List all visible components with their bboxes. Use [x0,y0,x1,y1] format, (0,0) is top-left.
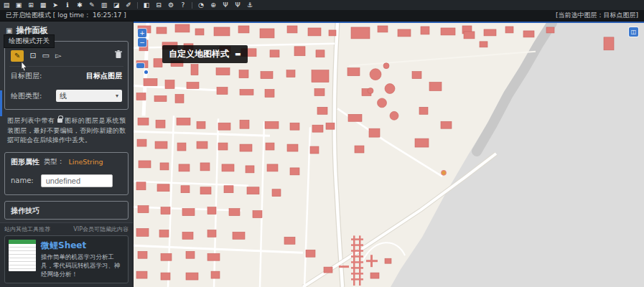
map-style-tooltip: 自定义地图样式 ▬ [162,45,248,63]
status-active-layer: [当前选中图层：目标点图层] [556,11,638,20]
select-feature-button[interactable]: ▭ [42,51,50,61]
promo-header-left: 站内其他工具推荐 [4,225,50,233]
video-icon[interactable]: ⊟ [155,0,162,10]
draw-pen-icon[interactable]: ✐ [125,0,132,10]
settings-icon[interactable]: ✱ [76,0,83,10]
draw-mode-tooltip: 绘图模式开关 [4,34,55,48]
feature-attributes-box: 图形属性 类型： LineString name: [4,152,129,195]
geometry-type-value: LineString [69,158,103,166]
print-icon[interactable]: ▥ [101,0,108,10]
gear-icon[interactable]: ⚙ [167,0,174,10]
globe-icon[interactable]: ⊕ [210,0,217,10]
image-icon[interactable]: ▦ [39,0,47,10]
trash-icon [115,50,122,59]
select-cursor-icon[interactable]: ➤ [52,0,59,10]
panel-board-icon: ▣ [6,27,12,34]
name-field-label: name: [11,177,34,184]
delete-feature-button[interactable] [115,50,122,62]
export-icon[interactable]: ⊞ [27,0,34,10]
geometry-type-label: 类型： [44,157,65,166]
promo-description: 操作简单的机器学习分析工具，零代码玩转机器学习、神经网络分析！ [41,253,124,279]
mouse-cursor [21,60,27,74]
history-icon[interactable]: ◔ [197,0,205,10]
location-dot [144,70,148,74]
save-icon[interactable]: ▣ [15,0,22,10]
box-select-icon[interactable]: ◧ [143,0,150,10]
app-window: ▤▣⊞▦➤ℹ✱✎▥◪✐◧⊟⚙?◔⊕ΨΨ⚓ 已开启绘图模式 [ log time：… [0,0,644,287]
eraser-icon[interactable]: ◪ [113,0,120,10]
draw-type-row: 绘图类型: 线 ▾ [9,85,123,106]
toolbar-separator [137,2,138,9]
chevron-down-icon: ▾ [116,93,118,99]
edit-icon[interactable]: ✎ [88,0,95,10]
target-layer-value: 目标点图层 [86,71,122,81]
panel-scroll-indicator [0,90,2,116]
continue-draw-button[interactable]: ▻ [55,51,61,61]
promo-thumbnail [9,240,36,271]
map-area[interactable]: 自定义地图样式 ▬ + − ◫ [134,22,644,287]
status-left-text: 已开启绘图模式 [ log time： 16:25:17 ] [6,11,126,20]
minimize-icon[interactable]: ▬ [235,51,241,57]
help-icon[interactable]: ? [179,0,187,10]
draw-type-label: 绘图类型: [11,91,42,101]
zoom-in-button[interactable]: + [138,29,146,37]
lock-icon [57,118,62,123]
attributes-title: 图形属性 [11,157,39,167]
tips-header: 操作技巧 [9,204,123,220]
basemap-layers-button[interactable]: ◫ [629,27,638,37]
draw-tools-box: ✎ ⊡ ▭ ▻ [4,41,129,110]
new-file-icon[interactable]: ▤ [3,0,10,10]
promo-section: 站内其他工具推荐 VIP会员可隐藏此内容 微鲤Sheet 操作简单的机器学习分析… [0,222,133,287]
zoom-out-button[interactable]: − [138,38,146,47]
draw-type-value: 线 [60,91,67,101]
edit-vertices-button[interactable]: ⊡ [29,51,36,61]
left-panel: ▣ 操作面板 绘图模式开关 ✎ ⊡ ▭ ▻ [0,22,134,287]
plugin-alt-icon[interactable]: Ψ [234,0,241,10]
geolocate-button[interactable] [136,63,144,68]
port-icon[interactable]: ⚓ [246,0,253,10]
info-icon[interactable]: ℹ [64,0,71,10]
promo-title[interactable]: 微鲤Sheet [41,240,124,252]
promo-card[interactable]: 微鲤Sheet 操作简单的机器学习分析工具，零代码玩转机器学习、神经网络分析！ [4,235,129,283]
plugin-icon[interactable]: Ψ [222,0,229,10]
toolbar-separator [192,2,192,9]
status-bar: 已开启绘图模式 [ log time： 16:25:17 ] [当前选中图层：目… [0,10,644,22]
map-style-tooltip-text: 自定义地图样式 [169,48,229,60]
top-toolbar: ▤▣⊞▦➤ℹ✱✎▥◪✐◧⊟⚙?◔⊕ΨΨ⚓ [0,0,644,10]
name-field-input[interactable] [41,174,113,187]
layer-lock-notice: 图层列表中带有图标的图层是系统预装图层，最好不要编辑，否则你新建的数据可能会在后… [0,113,133,149]
tips-box: 操作技巧 开启绘图模式可绘制新图形，在绘制线或面要素的过程中，按退格键可删除最近… [4,201,129,220]
draw-type-select[interactable]: 线 ▾ [56,90,122,102]
promo-header-right[interactable]: VIP会员可隐藏此内容 [73,225,129,233]
